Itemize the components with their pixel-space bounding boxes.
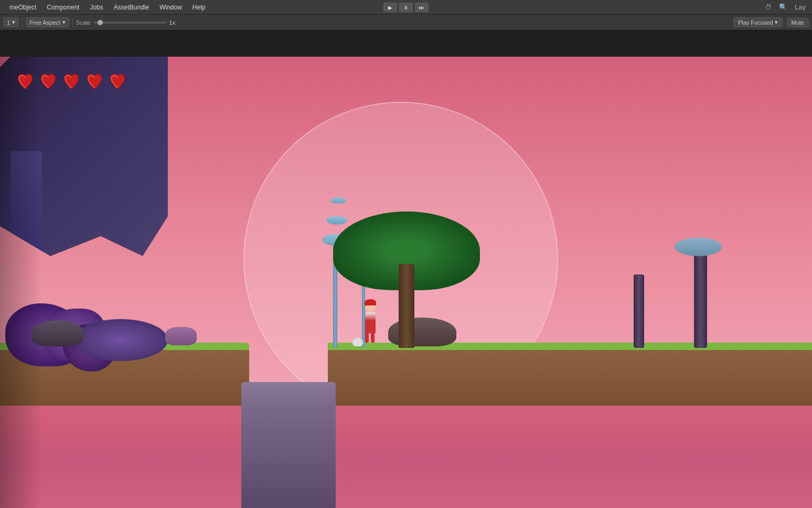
play-button[interactable]: ▶ [383,2,398,13]
character [361,302,380,344]
heart-4 [85,72,104,91]
hud-hearts [16,72,127,91]
character-leg-left [365,333,369,343]
play-focused-dropdown-icon: ▾ [775,19,778,26]
layers-label[interactable]: Lay [793,2,808,12]
heart-3 [62,72,81,91]
toolbar-right: Play Focused ▾ Mute [733,17,809,27]
scale-thumb[interactable] [98,20,103,25]
menu-window[interactable]: Window [154,2,187,13]
step-button[interactable]: ⏭ [414,2,429,13]
platform-right [328,343,812,406]
dark-tree-right-2 [634,274,644,348]
menu-gameobject[interactable]: meObject [4,2,41,13]
character-leg-right [371,333,375,343]
scale-value: 1x [169,19,175,26]
heart-5 [108,72,127,91]
heart-2 [39,72,58,91]
dark-tree-right-1 [694,253,707,348]
main-tree [399,264,414,348]
menubar-right-icons: ⏱ 🔍 Lay [763,2,808,12]
mute-button[interactable]: Mute [787,18,809,27]
display-dropdown-icon: ▾ [12,19,15,26]
play-focused-button[interactable]: Play Focused ▾ [733,17,783,27]
left-edge-shadow [0,57,42,508]
menu-bar: meObject Component Jobs AssetBundle Wind… [0,0,812,15]
mute-label: Mute [792,19,804,26]
small-creature [352,338,363,346]
scale-label: Scale [76,19,91,26]
game-viewport[interactable] [0,57,812,508]
character-legs [365,333,376,343]
dark-area [0,30,812,57]
bottom-fill [0,406,812,508]
aspect-ratio-select[interactable]: Free Aspect ▾ [26,17,69,27]
character-head [365,302,376,312]
menu-assetbundle[interactable]: AssetBundle [109,2,154,13]
play-focused-label: Play Focused [738,19,773,26]
alien-stalk-cap-3 [330,197,346,204]
menu-component[interactable]: Component [41,2,84,13]
display-select[interactable]: 1 ▾ [3,17,19,27]
character-hair [365,299,376,305]
tree-trunk [399,264,414,348]
platform-center-rise [241,382,336,508]
aspect-ratio-label: Free Aspect [29,19,60,26]
play-controls: ▶ ⏸ ⏭ [383,2,429,13]
purple-vegetation-mid [73,319,168,361]
history-icon[interactable]: ⏱ [763,2,774,12]
game-view-toolbar: 1 ▾ Free Aspect ▾ Scale 1x Play Focused … [0,15,812,30]
spiky-creature [165,327,197,345]
display-number: 1 [7,19,10,26]
scale-track[interactable] [93,22,167,24]
search-icon[interactable]: 🔍 [777,2,789,12]
scale-slider-container: 1x [93,19,175,26]
pause-button[interactable]: ⏸ [399,2,413,13]
character-body [365,312,376,333]
dark-tree-cap-1 [675,238,722,256]
menu-help[interactable]: Help [187,2,211,13]
heart-1 [16,72,35,91]
aspect-dropdown-icon: ▾ [62,19,66,26]
toolbar-sep-1 [22,18,23,27]
toolbar-sep-2 [72,18,73,27]
alien-stalk-cap-2 [326,216,347,225]
menu-jobs[interactable]: Jobs [84,2,108,13]
game-canvas [0,57,812,508]
